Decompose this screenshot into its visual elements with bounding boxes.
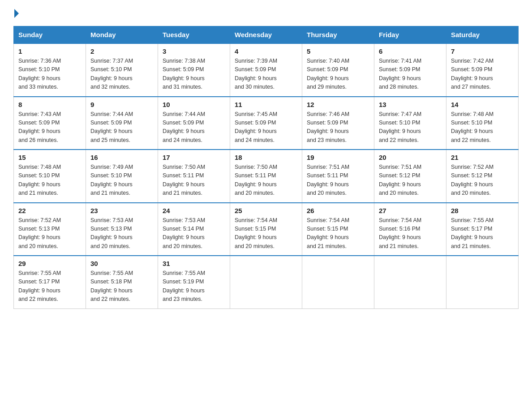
weekday-header-tuesday: Tuesday <box>158 26 230 44</box>
day-number: 30 <box>90 260 153 267</box>
calendar-cell: 8Sunrise: 7:43 AMSunset: 5:09 PMDaylight… <box>14 97 86 150</box>
day-number: 25 <box>235 207 297 214</box>
logo <box>13 9 20 18</box>
day-number: 14 <box>451 101 514 108</box>
calendar-cell: 2Sunrise: 7:37 AMSunset: 5:10 PMDaylight… <box>86 43 158 97</box>
calendar-cell: 22Sunrise: 7:52 AMSunset: 5:13 PMDayligh… <box>14 203 86 256</box>
day-info: Sunrise: 7:44 AMSunset: 5:09 PMDaylight:… <box>90 110 153 145</box>
day-number: 31 <box>163 260 225 267</box>
day-number: 8 <box>18 101 81 108</box>
day-number: 29 <box>18 260 81 267</box>
calendar-cell: 10Sunrise: 7:44 AMSunset: 5:09 PMDayligh… <box>158 97 230 150</box>
day-number: 20 <box>379 154 442 161</box>
day-number: 1 <box>18 47 81 55</box>
calendar-cell: 19Sunrise: 7:51 AMSunset: 5:11 PMDayligh… <box>302 150 374 203</box>
weekday-header-friday: Friday <box>374 26 446 44</box>
day-info: Sunrise: 7:54 AMSunset: 5:15 PMDaylight:… <box>307 216 369 251</box>
day-number: 2 <box>90 47 153 55</box>
calendar-cell: 25Sunrise: 7:54 AMSunset: 5:15 PMDayligh… <box>230 203 302 256</box>
day-number: 10 <box>163 101 225 108</box>
calendar-cell: 3Sunrise: 7:38 AMSunset: 5:09 PMDaylight… <box>158 43 230 97</box>
calendar-cell: 14Sunrise: 7:48 AMSunset: 5:10 PMDayligh… <box>446 97 519 150</box>
day-info: Sunrise: 7:50 AMSunset: 5:11 PMDaylight:… <box>163 163 225 198</box>
calendar-cell: 17Sunrise: 7:50 AMSunset: 5:11 PMDayligh… <box>158 150 230 203</box>
day-number: 26 <box>307 207 369 214</box>
calendar-cell: 18Sunrise: 7:50 AMSunset: 5:11 PMDayligh… <box>230 150 302 203</box>
day-info: Sunrise: 7:42 AMSunset: 5:09 PMDaylight:… <box>451 57 514 92</box>
calendar-cell: 1Sunrise: 7:36 AMSunset: 5:10 PMDaylight… <box>14 43 86 97</box>
day-info: Sunrise: 7:54 AMSunset: 5:15 PMDaylight:… <box>235 216 297 251</box>
day-number: 19 <box>307 154 369 161</box>
logo-arrow-icon <box>14 9 19 18</box>
weekday-header-sunday: Sunday <box>14 26 86 44</box>
calendar-cell <box>374 256 446 308</box>
day-number: 15 <box>18 154 81 161</box>
calendar-cell: 28Sunrise: 7:55 AMSunset: 5:17 PMDayligh… <box>446 203 519 256</box>
calendar-cell: 27Sunrise: 7:54 AMSunset: 5:16 PMDayligh… <box>374 203 446 256</box>
day-number: 22 <box>18 207 81 214</box>
calendar-cell: 5Sunrise: 7:40 AMSunset: 5:09 PMDaylight… <box>302 43 374 97</box>
day-number: 18 <box>235 154 297 161</box>
week-row-4: 22Sunrise: 7:52 AMSunset: 5:13 PMDayligh… <box>14 203 519 256</box>
day-info: Sunrise: 7:55 AMSunset: 5:19 PMDaylight:… <box>163 269 225 304</box>
day-info: Sunrise: 7:55 AMSunset: 5:17 PMDaylight:… <box>451 216 514 251</box>
day-number: 5 <box>307 47 369 55</box>
day-info: Sunrise: 7:52 AMSunset: 5:13 PMDaylight:… <box>18 216 81 251</box>
calendar-cell <box>230 256 302 308</box>
day-info: Sunrise: 7:40 AMSunset: 5:09 PMDaylight:… <box>307 57 369 92</box>
weekday-header-thursday: Thursday <box>302 26 374 44</box>
day-number: 7 <box>451 47 514 55</box>
day-number: 24 <box>163 207 225 214</box>
weekday-header-wednesday: Wednesday <box>230 26 302 44</box>
day-info: Sunrise: 7:47 AMSunset: 5:10 PMDaylight:… <box>379 110 442 145</box>
day-number: 12 <box>307 101 369 108</box>
day-number: 9 <box>90 101 153 108</box>
day-info: Sunrise: 7:52 AMSunset: 5:12 PMDaylight:… <box>451 163 514 198</box>
day-info: Sunrise: 7:41 AMSunset: 5:09 PMDaylight:… <box>379 57 442 92</box>
calendar-cell: 12Sunrise: 7:46 AMSunset: 5:09 PMDayligh… <box>302 97 374 150</box>
day-info: Sunrise: 7:45 AMSunset: 5:09 PMDaylight:… <box>235 110 297 145</box>
day-number: 27 <box>379 207 442 214</box>
calendar-cell <box>302 256 374 308</box>
calendar-cell: 11Sunrise: 7:45 AMSunset: 5:09 PMDayligh… <box>230 97 302 150</box>
calendar-cell: 31Sunrise: 7:55 AMSunset: 5:19 PMDayligh… <box>158 256 230 308</box>
day-info: Sunrise: 7:44 AMSunset: 5:09 PMDaylight:… <box>163 110 225 145</box>
day-info: Sunrise: 7:53 AMSunset: 5:14 PMDaylight:… <box>163 216 225 251</box>
calendar-cell: 7Sunrise: 7:42 AMSunset: 5:09 PMDaylight… <box>446 43 519 97</box>
calendar-cell: 30Sunrise: 7:55 AMSunset: 5:18 PMDayligh… <box>86 256 158 308</box>
day-number: 6 <box>379 47 442 55</box>
day-number: 21 <box>451 154 514 161</box>
day-number: 13 <box>379 101 442 108</box>
calendar-cell: 21Sunrise: 7:52 AMSunset: 5:12 PMDayligh… <box>446 150 519 203</box>
day-number: 3 <box>163 47 225 55</box>
day-info: Sunrise: 7:48 AMSunset: 5:10 PMDaylight:… <box>18 163 81 198</box>
week-row-2: 8Sunrise: 7:43 AMSunset: 5:09 PMDaylight… <box>14 97 519 150</box>
calendar-cell: 15Sunrise: 7:48 AMSunset: 5:10 PMDayligh… <box>14 150 86 203</box>
calendar-cell: 26Sunrise: 7:54 AMSunset: 5:15 PMDayligh… <box>302 203 374 256</box>
day-info: Sunrise: 7:53 AMSunset: 5:13 PMDaylight:… <box>90 216 153 251</box>
day-number: 28 <box>451 207 514 214</box>
calendar-table: SundayMondayTuesdayWednesdayThursdayFrid… <box>13 26 519 309</box>
day-info: Sunrise: 7:51 AMSunset: 5:11 PMDaylight:… <box>307 163 369 198</box>
calendar-cell: 23Sunrise: 7:53 AMSunset: 5:13 PMDayligh… <box>86 203 158 256</box>
day-number: 11 <box>235 101 297 108</box>
calendar-cell: 4Sunrise: 7:39 AMSunset: 5:09 PMDaylight… <box>230 43 302 97</box>
day-info: Sunrise: 7:36 AMSunset: 5:10 PMDaylight:… <box>18 57 81 92</box>
calendar-cell: 29Sunrise: 7:55 AMSunset: 5:17 PMDayligh… <box>14 256 86 308</box>
day-number: 23 <box>90 207 153 214</box>
calendar-cell: 20Sunrise: 7:51 AMSunset: 5:12 PMDayligh… <box>374 150 446 203</box>
calendar-cell <box>446 256 519 308</box>
weekday-header-saturday: Saturday <box>446 26 519 44</box>
week-row-1: 1Sunrise: 7:36 AMSunset: 5:10 PMDaylight… <box>14 43 519 97</box>
day-info: Sunrise: 7:39 AMSunset: 5:09 PMDaylight:… <box>235 57 297 92</box>
day-number: 17 <box>163 154 225 161</box>
calendar-cell: 13Sunrise: 7:47 AMSunset: 5:10 PMDayligh… <box>374 97 446 150</box>
day-info: Sunrise: 7:37 AMSunset: 5:10 PMDaylight:… <box>90 57 153 92</box>
day-info: Sunrise: 7:54 AMSunset: 5:16 PMDaylight:… <box>379 216 442 251</box>
weekday-header-monday: Monday <box>86 26 158 44</box>
day-number: 16 <box>90 154 153 161</box>
calendar-cell: 24Sunrise: 7:53 AMSunset: 5:14 PMDayligh… <box>158 203 230 256</box>
day-info: Sunrise: 7:46 AMSunset: 5:09 PMDaylight:… <box>307 110 369 145</box>
day-info: Sunrise: 7:55 AMSunset: 5:17 PMDaylight:… <box>18 269 81 304</box>
day-info: Sunrise: 7:43 AMSunset: 5:09 PMDaylight:… <box>18 110 81 145</box>
